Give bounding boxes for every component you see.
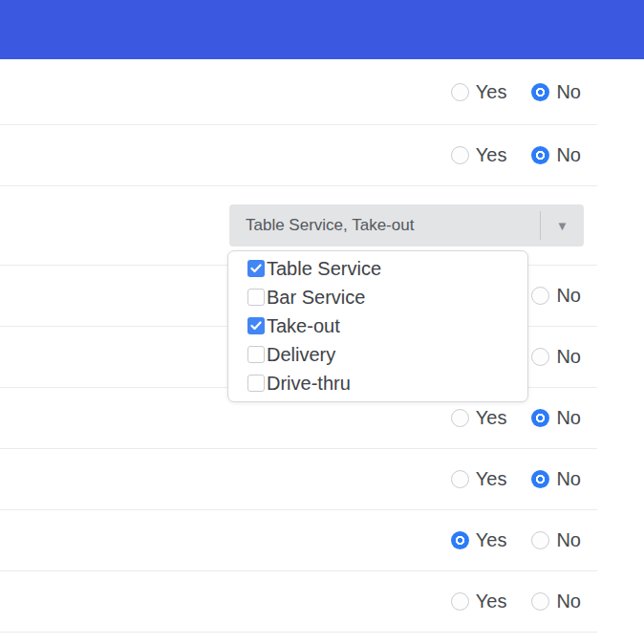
form-row: YesNo xyxy=(0,571,597,633)
chevron-down-icon[interactable]: ▼ xyxy=(541,219,584,233)
header-bar xyxy=(0,0,644,59)
radio-yes-label: Yes xyxy=(476,81,507,103)
radio-no[interactable] xyxy=(531,348,549,366)
page: YesNoYesNoTable Service, Take-out▼YesNoY… xyxy=(0,0,644,644)
radio-no[interactable] xyxy=(531,592,549,611)
dropdown-option-label: Drive-thru xyxy=(267,373,351,395)
checkbox-unchecked-icon[interactable] xyxy=(247,289,265,306)
radio-yes[interactable] xyxy=(451,146,469,164)
radio-yes-label: Yes xyxy=(476,407,507,429)
radio-no[interactable] xyxy=(531,83,549,101)
dropdown-option[interactable]: Drive-thru xyxy=(247,369,520,397)
radio-yes-label: Yes xyxy=(476,590,507,612)
form-row: YesNo xyxy=(0,59,597,125)
radio-yes[interactable] xyxy=(451,83,469,101)
checkbox-unchecked-icon[interactable] xyxy=(247,346,265,363)
radio-yes[interactable] xyxy=(451,470,469,488)
form-row: YesNo xyxy=(0,449,597,510)
yes-no-radio-group: YesNo xyxy=(451,144,581,166)
yes-no-radio-group: YesNo xyxy=(451,529,581,551)
dropdown-option-label: Bar Service xyxy=(267,287,365,309)
radio-no[interactable] xyxy=(531,287,549,305)
dropdown-option-label: Delivery xyxy=(267,344,335,366)
services-select-value: Table Service, Take-out xyxy=(229,216,540,235)
dropdown-option[interactable]: Bar Service xyxy=(247,283,520,311)
radio-no[interactable] xyxy=(531,470,549,488)
yes-no-radio-group: YesNo xyxy=(451,81,581,103)
radio-no[interactable] xyxy=(531,531,549,549)
yes-no-radio-group: YesNo xyxy=(451,407,581,429)
radio-no-label: No xyxy=(556,81,581,103)
radio-yes[interactable] xyxy=(451,409,469,427)
radio-yes-label: Yes xyxy=(476,529,507,551)
dropdown-option-label: Table Service xyxy=(267,258,381,280)
radio-no-label: No xyxy=(556,529,581,551)
dropdown-option[interactable]: Delivery xyxy=(247,340,520,369)
radio-no[interactable] xyxy=(531,146,549,164)
radio-no-label: No xyxy=(556,285,581,307)
form-row: YesNo xyxy=(0,125,597,186)
radio-no-label: No xyxy=(556,144,581,166)
dropdown-option-label: Take-out xyxy=(267,315,340,337)
yes-no-radio-group: YesNo xyxy=(451,468,581,490)
checkbox-checked-icon[interactable] xyxy=(247,317,265,334)
radio-no[interactable] xyxy=(531,409,549,427)
checkbox-unchecked-icon[interactable] xyxy=(247,375,265,392)
radio-yes-label: Yes xyxy=(476,144,507,166)
dropdown-option[interactable]: Take-out xyxy=(247,311,520,340)
checkbox-checked-icon[interactable] xyxy=(247,260,265,277)
radio-yes[interactable] xyxy=(451,531,469,549)
radio-yes-label: Yes xyxy=(476,468,507,490)
radio-no-label: No xyxy=(556,407,581,429)
radio-no-label: No xyxy=(556,346,581,368)
form-row: YesNo xyxy=(0,510,597,571)
services-select[interactable]: Table Service, Take-out▼ xyxy=(229,204,584,247)
yes-no-radio-group: YesNo xyxy=(451,590,581,612)
radio-no-label: No xyxy=(556,468,581,490)
radio-yes[interactable] xyxy=(451,592,469,611)
radio-no-label: No xyxy=(556,590,581,612)
services-dropdown-panel: Table ServiceBar ServiceTake-outDelivery… xyxy=(227,250,528,402)
dropdown-option[interactable]: Table Service xyxy=(247,254,520,283)
